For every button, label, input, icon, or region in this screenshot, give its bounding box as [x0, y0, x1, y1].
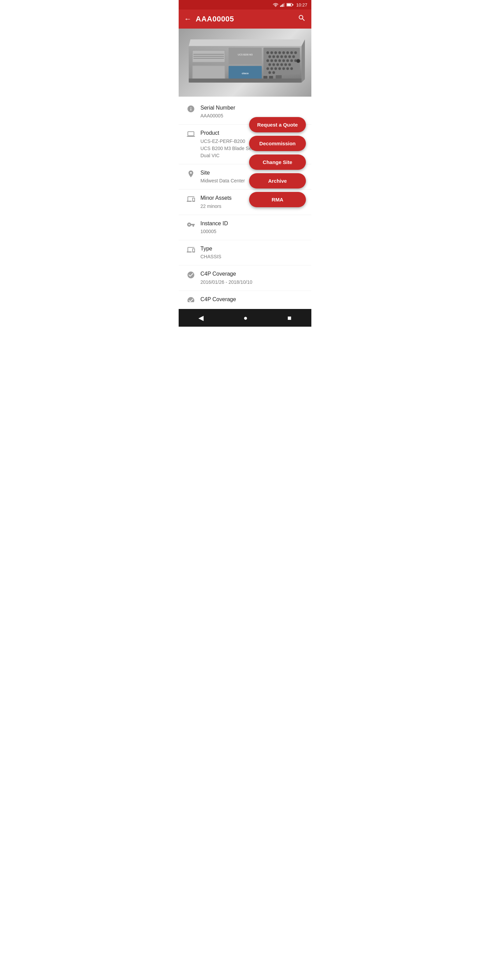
archive-button[interactable]: Archive [249, 173, 306, 189]
svg-point-38 [278, 59, 281, 62]
c4p-coverage-text: C4P Coverage 2016/01/26 - 2018/10/10 [198, 270, 306, 285]
check-circle-2-icon [184, 296, 198, 302]
svg-point-48 [288, 63, 291, 66]
c4p-coverage-2-label: C4P Coverage [200, 296, 306, 302]
rma-button[interactable]: RMA [249, 192, 306, 207]
devices-icon [184, 195, 198, 203]
detail-content: Request a Quote Decommission Change Site… [179, 97, 311, 302]
svg-point-54 [286, 67, 289, 70]
svg-point-67 [297, 60, 299, 62]
svg-rect-16 [193, 58, 224, 59]
svg-point-27 [294, 51, 297, 54]
svg-point-20 [266, 51, 269, 54]
svg-rect-17 [228, 48, 262, 64]
svg-point-41 [290, 59, 293, 62]
server-image: UCS B200 M3 cisco [179, 29, 311, 97]
svg-marker-11 [301, 40, 305, 83]
svg-point-30 [276, 56, 279, 58]
type-label: Type [200, 245, 306, 253]
type-row: Type CHASSIS [179, 240, 311, 266]
bottom-nav: ◀ ● ■ [179, 309, 311, 327]
svg-rect-14 [193, 54, 224, 55]
svg-rect-4 [284, 3, 285, 7]
svg-point-37 [274, 59, 277, 62]
type-value: CHASSIS [200, 253, 306, 260]
status-icons [273, 3, 293, 7]
svg-point-32 [284, 56, 287, 58]
svg-point-52 [278, 67, 281, 70]
svg-rect-65 [275, 75, 282, 79]
change-site-button[interactable]: Change Site [249, 154, 306, 170]
laptop-icon [184, 130, 198, 138]
svg-rect-7 [287, 4, 291, 6]
nav-home-button[interactable]: ● [237, 311, 254, 325]
svg-text:UCS B200 M3: UCS B200 M3 [237, 53, 253, 56]
svg-point-36 [270, 59, 273, 62]
svg-point-29 [272, 56, 275, 58]
c4p-coverage-row: C4P Coverage 2016/01/26 - 2018/10/10 [179, 266, 311, 291]
search-button[interactable] [298, 14, 306, 24]
svg-point-34 [292, 56, 295, 58]
fab-menu: Request a Quote Decommission Change Site… [249, 117, 306, 207]
svg-point-51 [274, 67, 277, 70]
svg-point-53 [282, 67, 285, 70]
nav-back-button[interactable]: ◀ [192, 311, 210, 325]
search-icon [298, 14, 306, 22]
svg-rect-62 [189, 79, 301, 83]
check-circle-icon [184, 271, 198, 279]
instance-id-label: Instance ID [200, 220, 306, 227]
svg-point-39 [282, 59, 285, 62]
svg-rect-6 [293, 4, 294, 5]
svg-point-35 [266, 59, 269, 62]
location-icon [184, 170, 198, 178]
decommission-button[interactable]: Decommission [249, 136, 306, 151]
svg-rect-1 [280, 6, 282, 7]
info-icon [184, 105, 198, 113]
svg-point-25 [286, 51, 289, 54]
wifi-icon [273, 3, 278, 7]
svg-point-23 [278, 51, 281, 54]
svg-point-55 [290, 67, 293, 70]
request-quote-button[interactable]: Request a Quote [249, 117, 306, 132]
svg-point-0 [275, 6, 276, 7]
svg-point-46 [280, 63, 283, 66]
svg-point-57 [272, 71, 275, 74]
svg-marker-10 [189, 40, 301, 46]
svg-point-45 [276, 63, 279, 66]
svg-point-24 [282, 51, 285, 54]
svg-point-26 [290, 51, 293, 54]
signal-icon [280, 3, 285, 7]
nav-recent-button[interactable]: ■ [280, 311, 298, 325]
app-bar: ← AAA00005 [179, 10, 311, 29]
scroll-content: Request a Quote Decommission Change Site… [179, 97, 311, 302]
server-illustration: UCS B200 M3 cisco [185, 34, 305, 92]
key-icon [184, 221, 198, 229]
svg-point-56 [268, 71, 271, 74]
svg-rect-2 [282, 5, 282, 7]
svg-point-49 [266, 67, 269, 70]
status-time: 10:27 [296, 2, 307, 8]
status-bar: 10:27 [179, 0, 311, 10]
c4p-coverage-2-row: C4P Coverage [179, 291, 311, 302]
svg-point-31 [280, 56, 283, 58]
svg-point-43 [268, 63, 271, 66]
serial-number-label: Serial Number [200, 104, 306, 111]
instance-id-row: Instance ID 100005 [179, 215, 311, 240]
c4p-coverage-2-text: C4P Coverage [198, 296, 306, 302]
svg-point-44 [272, 63, 275, 66]
page-title: AAA00005 [196, 14, 298, 24]
svg-rect-3 [282, 4, 283, 7]
svg-point-47 [284, 63, 287, 66]
type-icon [184, 246, 198, 254]
instance-id-value: 100005 [200, 228, 306, 235]
svg-rect-64 [269, 76, 273, 79]
back-button[interactable]: ← [184, 14, 192, 24]
svg-text:cisco: cisco [242, 72, 248, 75]
svg-point-50 [270, 67, 273, 70]
svg-point-22 [274, 51, 277, 54]
svg-point-40 [286, 59, 289, 62]
svg-point-21 [270, 51, 273, 54]
instance-id-text: Instance ID 100005 [198, 220, 306, 235]
svg-point-33 [288, 56, 291, 58]
type-text: Type CHASSIS [198, 245, 306, 260]
